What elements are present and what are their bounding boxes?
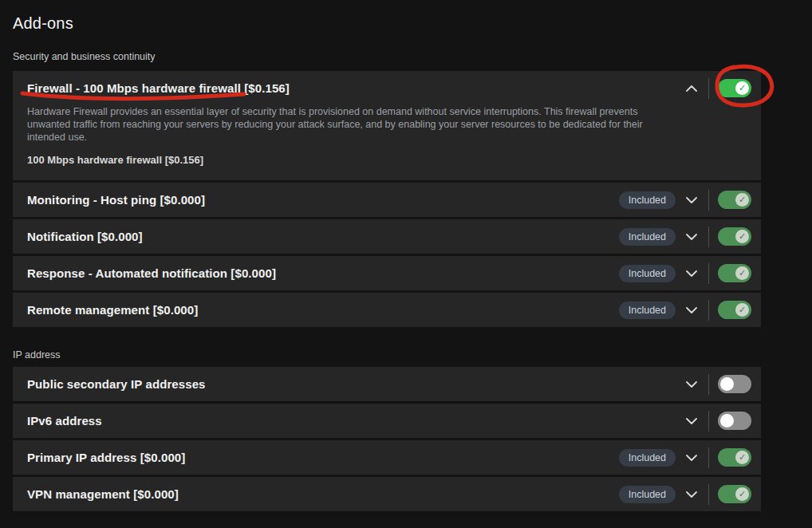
row-controls: Included ✓ — [619, 227, 751, 247]
remote-management-toggle[interactable]: ✓ — [718, 301, 751, 319]
primary-ip-toggle[interactable]: ✓ — [718, 448, 751, 467]
chevron-down-icon[interactable] — [682, 418, 701, 424]
row-controls: Included ✓ — [619, 263, 751, 284]
addon-row-monitoring-header[interactable]: Monitoring - Host ping [$0.000] Included… — [13, 183, 761, 217]
addon-title-primary-ip: Primary IP address [$0.000] — [27, 451, 185, 464]
row-controls: Included ✓ — [619, 190, 751, 211]
divider — [708, 411, 709, 431]
status-badge-included: Included — [619, 191, 676, 209]
toggle-check-icon: ✓ — [735, 230, 749, 243]
addon-row-response: Response - Automated notification [$0.00… — [13, 256, 761, 290]
addon-title-notification: Notification [$0.000] — [27, 230, 143, 243]
addon-row-monitoring: Monitoring - Host ping [$0.000] Included… — [13, 183, 761, 217]
response-toggle[interactable]: ✓ — [718, 264, 751, 282]
vpn-management-toggle[interactable]: ✓ — [718, 485, 751, 503]
row-controls — [682, 411, 751, 431]
addon-title-public-secondary-ip: Public secondary IP addresses — [27, 377, 206, 391]
public-secondary-ip-toggle[interactable] — [718, 375, 751, 393]
status-badge-included: Included — [619, 265, 676, 282]
chevron-down-icon[interactable] — [682, 381, 701, 388]
chevron-down-icon[interactable] — [682, 307, 701, 313]
status-badge-included: Included — [619, 228, 676, 246]
addon-title-ipv6: IPv6 address — [27, 414, 102, 428]
chevron-up-icon[interactable] — [682, 85, 701, 92]
addon-row-notification-header[interactable]: Notification [$0.000] Included ✓ — [13, 219, 761, 254]
row-controls: Included ✓ — [619, 447, 751, 468]
firewall-toggle[interactable]: ✓ — [718, 79, 751, 97]
addon-row-public-secondary-ip: Public secondary IP addresses — [13, 367, 761, 401]
addon-row-public-secondary-ip-header[interactable]: Public secondary IP addresses — [13, 367, 761, 401]
row-controls: Included ✓ — [619, 300, 751, 321]
toggle-knob — [720, 414, 734, 428]
divider — [708, 227, 709, 247]
firewall-description: Hardware Firewall provides an essential … — [27, 105, 657, 144]
addon-row-ipv6: IPv6 address — [13, 404, 761, 438]
toggle-check-icon: ✓ — [735, 487, 749, 501]
chevron-down-icon[interactable] — [682, 234, 701, 240]
divider — [708, 190, 709, 211]
toggle-check-icon: ✓ — [735, 81, 749, 95]
divider — [708, 78, 709, 99]
chevron-down-icon[interactable] — [682, 455, 701, 461]
toggle-check-icon: ✓ — [735, 451, 749, 464]
toggle-check-icon: ✓ — [735, 266, 749, 280]
addon-row-primary-ip: Primary IP address [$0.000] Included ✓ — [13, 440, 761, 475]
status-badge-included: Included — [619, 486, 676, 503]
row-controls: Included ✓ — [619, 484, 751, 505]
divider — [708, 374, 709, 395]
status-badge-included: Included — [619, 301, 676, 319]
addon-row-ipv6-header[interactable]: IPv6 address — [13, 404, 761, 438]
firewall-option-label: 100 Mbps hardware firewall [$0.156] — [27, 154, 657, 166]
addon-row-remote-management: Remote management [$0.000] Included ✓ — [13, 293, 761, 327]
firewall-expanded-body: Hardware Firewall provides an essential … — [13, 105, 761, 180]
addon-row-primary-ip-header[interactable]: Primary IP address [$0.000] Included ✓ — [13, 440, 761, 475]
addon-row-vpn-management: VPN management [$0.000] Included ✓ — [13, 477, 761, 511]
row-controls — [682, 374, 751, 395]
toggle-check-icon: ✓ — [735, 303, 749, 317]
addon-row-notification: Notification [$0.000] Included ✓ — [13, 219, 761, 254]
divider — [708, 300, 709, 321]
addon-title-vpn-management: VPN management [$0.000] — [27, 487, 179, 501]
addon-row-vpn-management-header[interactable]: VPN management [$0.000] Included ✓ — [13, 477, 761, 511]
addon-title-firewall: Firewall - 100 Mbps hardware firewall [$… — [27, 81, 290, 95]
chevron-down-icon[interactable] — [682, 270, 701, 277]
section-label-ip-address: IP address — [13, 349, 761, 361]
page-title: Add-ons — [13, 14, 761, 33]
row-controls: ✓ — [682, 78, 751, 99]
chevron-down-icon[interactable] — [682, 197, 701, 203]
monitoring-toggle[interactable]: ✓ — [718, 191, 751, 209]
addon-title-response: Response - Automated notification [$0.00… — [27, 266, 276, 280]
divider — [708, 484, 709, 505]
addon-title-remote-management: Remote management [$0.000] — [27, 303, 198, 317]
ipv6-toggle[interactable] — [718, 412, 751, 430]
divider — [708, 263, 709, 284]
addons-page: Add-ons Security and business continuity… — [0, 0, 761, 511]
addon-row-response-header[interactable]: Response - Automated notification [$0.00… — [13, 256, 761, 290]
section-label-security: Security and business continuity — [13, 51, 761, 62]
addon-row-firewall-header[interactable]: Firewall - 100 Mbps hardware firewall [$… — [13, 71, 761, 105]
chevron-down-icon[interactable] — [682, 491, 701, 498]
notification-toggle[interactable]: ✓ — [718, 227, 751, 246]
addon-title-monitoring: Monitoring - Host ping [$0.000] — [27, 193, 205, 207]
toggle-check-icon: ✓ — [735, 193, 749, 207]
addon-row-remote-management-header[interactable]: Remote management [$0.000] Included ✓ — [13, 293, 761, 327]
status-badge-included: Included — [619, 449, 676, 467]
divider — [708, 447, 709, 468]
addon-row-firewall: Firewall - 100 Mbps hardware firewall [$… — [13, 71, 761, 180]
toggle-knob — [720, 377, 734, 391]
